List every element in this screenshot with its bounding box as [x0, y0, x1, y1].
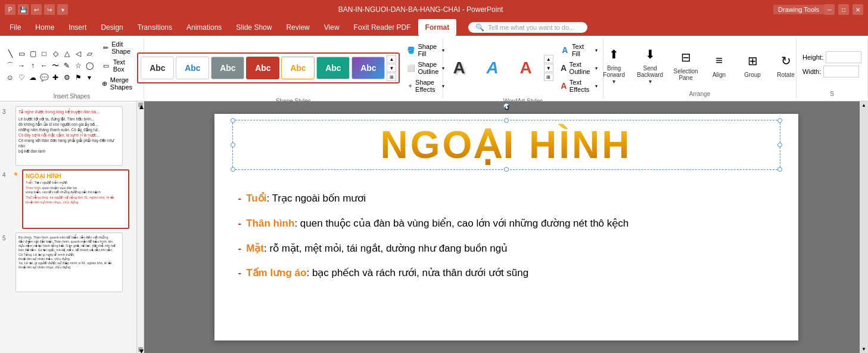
- minimize-icon[interactable]: ─: [824, 4, 835, 15]
- handle-bm[interactable]: [504, 167, 509, 172]
- slide-5-thumb[interactable]: Bà chính, Thân hình, quanh trên bờ biển,…: [15, 233, 123, 292]
- menu-insert[interactable]: Insert: [61, 19, 94, 36]
- shape-styles-more[interactable]: ⊞: [387, 73, 396, 81]
- triangle-shape[interactable]: △: [61, 48, 72, 59]
- rtriangle-shape[interactable]: ◁: [73, 48, 83, 59]
- shape-outline-button[interactable]: ⬜ Shape Outline ▾: [405, 60, 447, 76]
- parallelogram-shape[interactable]: ▱: [84, 48, 95, 59]
- menu-format[interactable]: Format: [418, 19, 457, 36]
- shape-style-2[interactable]: Abc: [176, 57, 209, 79]
- handle-tr[interactable]: [777, 118, 782, 123]
- search-placeholder[interactable]: Tell me what you want to do...: [488, 24, 574, 31]
- menu-animations[interactable]: Animations: [179, 19, 229, 36]
- menu-review[interactable]: Review: [279, 19, 316, 36]
- shape-style-7[interactable]: Abc: [351, 57, 385, 79]
- text-effects-arrow[interactable]: ▾: [595, 83, 598, 89]
- curve-shape[interactable]: 〜: [50, 60, 61, 71]
- uarrow-shape[interactable]: ↑: [27, 60, 38, 71]
- align-button[interactable]: ≡ Align: [704, 49, 734, 80]
- menu-home[interactable]: Home: [28, 19, 61, 36]
- maximize-icon[interactable]: □: [838, 4, 849, 15]
- flag-shape[interactable]: ⚑: [73, 72, 83, 83]
- wordart-style-3[interactable]: A: [511, 52, 542, 83]
- scroll-up-btn[interactable]: ▲: [138, 103, 143, 107]
- slides-panel[interactable]: 3 Tả nghe được trong lòng kể truyện đàn …: [0, 101, 137, 353]
- height-input[interactable]: [826, 51, 861, 63]
- arrow-shape[interactable]: →: [16, 60, 27, 71]
- title-selection-area[interactable]: ↺ NGOẠI HÌNH: [232, 120, 780, 170]
- shape-styles-scroll-down[interactable]: ▼: [387, 64, 396, 72]
- slide-item-4[interactable]: 4 ★ NGOẠI HÌNH Tuổi: Trạc người bốn mươi…: [2, 169, 134, 229]
- menu-foxit[interactable]: Foxit Reader PDF: [347, 19, 418, 36]
- slide-item-3[interactable]: 3 Tả nghe được trong lòng kể truyện đàn …: [2, 106, 134, 166]
- larrow-shape[interactable]: ←: [39, 60, 49, 71]
- menu-slideshow[interactable]: Slide Show: [229, 19, 279, 36]
- menu-file[interactable]: File: [2, 19, 28, 36]
- rotation-handle[interactable]: ↺: [503, 103, 509, 109]
- text-box-button[interactable]: ▭ Text Box: [99, 57, 139, 74]
- rect2-shape[interactable]: □: [39, 48, 49, 59]
- cloud-shape[interactable]: ☁: [27, 72, 38, 83]
- editor-scroll-down[interactable]: ▼: [860, 345, 867, 353]
- handle-ml[interactable]: [231, 143, 235, 147]
- scroll-icon[interactable]: ▾: [84, 72, 95, 83]
- arc-shape[interactable]: ⌒: [5, 60, 15, 71]
- rounded-rect-shape[interactable]: ▢: [27, 48, 38, 59]
- undo-icon[interactable]: ↩: [31, 4, 42, 15]
- callout-shape[interactable]: 💬: [39, 72, 49, 83]
- smiley-shape[interactable]: ☺: [5, 72, 15, 83]
- gear-shape[interactable]: ⚙: [61, 72, 72, 83]
- shape-style-5[interactable]: Abc: [281, 57, 315, 79]
- shape-style-3[interactable]: Abc: [211, 57, 244, 79]
- wordart-more[interactable]: ⊞: [544, 73, 553, 81]
- slide-item-5[interactable]: 5 Bà chính, Thân hình, quanh trên bờ biể…: [2, 233, 134, 292]
- bring-forward-button[interactable]: ⬆ BringForward ▾: [599, 42, 629, 87]
- text-outline-button[interactable]: A Text Outline ▾: [558, 60, 601, 76]
- wordart-scroll-up[interactable]: ▲: [544, 55, 553, 63]
- text-effects-button[interactable]: A Text Effects ▾: [558, 78, 601, 94]
- shape-style-4[interactable]: Abc: [246, 57, 279, 79]
- slide-4-thumb[interactable]: NGOẠI HÌNH Tuổi: Trạc người bốn mươi Thâ…: [22, 169, 129, 229]
- merge-shapes-button[interactable]: ⊕ Merge Shapes: [99, 75, 139, 92]
- redo-icon[interactable]: ↪: [44, 4, 55, 15]
- wordart-style-2[interactable]: A: [477, 52, 508, 83]
- shape-fill-button[interactable]: 🪣 Shape Fill ▾: [405, 42, 447, 58]
- scroll-down-btn[interactable]: ▼: [138, 347, 143, 352]
- send-backward-button[interactable]: ⬇ SendBackward ▾: [633, 42, 667, 87]
- editor-scroll-up[interactable]: ▲: [860, 101, 867, 109]
- menu-transitions[interactable]: Transitions: [130, 19, 179, 36]
- menu-view[interactable]: View: [317, 19, 347, 36]
- oval-shape[interactable]: ◯: [84, 60, 95, 71]
- diamond-shape[interactable]: ◇: [50, 48, 61, 59]
- slide-3-thumb[interactable]: Tả nghe được trong lòng kể truyện đàn bà…: [15, 106, 123, 166]
- shape-styles-scroll-up[interactable]: ▲: [387, 55, 396, 63]
- close-icon[interactable]: ✕: [853, 4, 863, 15]
- group-button[interactable]: ⊞ Group: [738, 49, 767, 80]
- text-fill-button[interactable]: A Text Fill ▾: [558, 42, 601, 58]
- line-shape[interactable]: ╲: [5, 48, 15, 59]
- freeform-shape[interactable]: ✎: [61, 60, 72, 71]
- wordart-scroll-down[interactable]: ▼: [544, 64, 553, 72]
- customize-icon[interactable]: ▾: [57, 4, 68, 15]
- star5-shape[interactable]: ☆: [73, 60, 83, 71]
- text-outline-arrow[interactable]: ▾: [595, 66, 598, 71]
- handle-tm[interactable]: [504, 118, 509, 123]
- edit-shape-button[interactable]: ✏ Edit Shape: [99, 39, 139, 56]
- handle-br[interactable]: [777, 167, 782, 172]
- handle-bl[interactable]: [231, 167, 235, 172]
- heart-shape[interactable]: ♡: [16, 72, 27, 83]
- shape-effects-button[interactable]: ✦ Shape Effects ▾: [405, 78, 447, 94]
- save-icon[interactable]: 💾: [18, 4, 29, 15]
- shape-style-6[interactable]: Abc: [316, 57, 350, 79]
- shape-style-1[interactable]: Abc: [141, 57, 174, 79]
- selection-pane-button[interactable]: ⊟ SelectionPane: [671, 45, 701, 83]
- slides-scrollbar[interactable]: ▲ ▼: [137, 101, 144, 353]
- cross-shape[interactable]: ✚: [50, 72, 61, 83]
- menu-design[interactable]: Design: [94, 19, 130, 36]
- handle-tl[interactable]: [231, 118, 235, 123]
- wordart-style-1[interactable]: A: [444, 52, 475, 83]
- rect-shape[interactable]: ▭: [16, 48, 27, 59]
- handle-mr[interactable]: [777, 143, 782, 147]
- width-input[interactable]: [823, 66, 859, 78]
- editor-scrollbar-v[interactable]: ▲ ▼: [860, 101, 868, 353]
